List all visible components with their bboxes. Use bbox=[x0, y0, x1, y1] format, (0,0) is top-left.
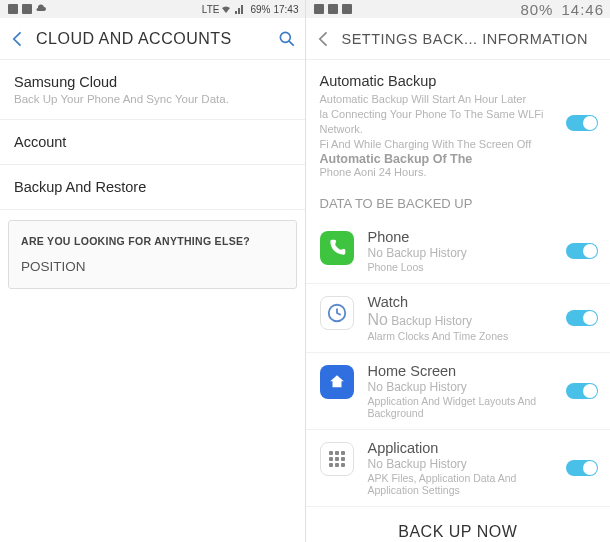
data-item-watch[interactable]: Watch No Backup History Alarm Clocks And… bbox=[306, 284, 611, 353]
auto-backup-title: Automatic Backup bbox=[320, 73, 597, 89]
item-sub: Back Up Your Phone And Sync Your Data. bbox=[14, 93, 291, 105]
auto-backup-desc: Automatic Backup Will Start An Hour Late… bbox=[320, 92, 547, 151]
signal-icon bbox=[235, 4, 245, 14]
auto-backup-toggle[interactable] bbox=[566, 115, 598, 131]
status-bar-left: LTE 69% 17:43 bbox=[0, 0, 305, 18]
data-sub2: Alarm Clocks And Time Zones bbox=[368, 330, 551, 342]
data-toggle[interactable] bbox=[566, 243, 598, 259]
card-position-link[interactable]: POSITION bbox=[21, 259, 284, 274]
data-title: Watch bbox=[368, 294, 551, 310]
left-pane: LTE 69% 17:43 CLOUD AND ACCOUNTS Samsung… bbox=[0, 0, 306, 542]
item-account[interactable]: Account bbox=[0, 120, 305, 165]
left-list: Samsung Cloud Back Up Your Phone And Syn… bbox=[0, 60, 305, 542]
header-left: CLOUD AND ACCOUNTS bbox=[0, 18, 305, 60]
notif-icon bbox=[314, 4, 324, 14]
data-sub2: APK Files, Application Data And Applicat… bbox=[368, 472, 551, 496]
backup-now-button[interactable]: BACK UP NOW bbox=[306, 507, 611, 542]
data-toggle[interactable] bbox=[566, 383, 598, 399]
group-label: DATA TO BE BACKED UP bbox=[306, 186, 611, 219]
lte-icon: LTE bbox=[202, 4, 220, 15]
data-item-apps[interactable]: Application No Backup History APK Files,… bbox=[306, 430, 611, 507]
search-icon[interactable] bbox=[277, 29, 297, 49]
data-sub1: No Backup History bbox=[368, 457, 551, 471]
svg-rect-6 bbox=[342, 4, 352, 14]
svg-rect-5 bbox=[328, 4, 338, 14]
data-sub2: Phone Loos bbox=[368, 261, 551, 273]
item-title: Backup And Restore bbox=[14, 179, 291, 195]
item-backup-restore[interactable]: Backup And Restore bbox=[0, 165, 305, 210]
clock-icon bbox=[320, 296, 354, 330]
data-sub1: No Backup History bbox=[368, 246, 551, 260]
svg-rect-1 bbox=[22, 4, 32, 14]
page-title-left: CLOUD AND ACCOUNTS bbox=[36, 30, 277, 48]
status-bar-right: 80% 14:46 bbox=[306, 0, 611, 18]
svg-rect-0 bbox=[8, 4, 18, 14]
data-sub1: No Backup History bbox=[368, 380, 551, 394]
item-samsung-cloud[interactable]: Samsung Cloud Back Up Your Phone And Syn… bbox=[0, 60, 305, 120]
auto-backup-section[interactable]: Automatic Backup Automatic Backup Will S… bbox=[306, 60, 611, 186]
svg-rect-4 bbox=[314, 4, 324, 14]
auto-backup-bold: Automatic Backup Of The bbox=[320, 152, 597, 166]
right-pane: 80% 14:46 SETTINGS BACK... INFORMATION A… bbox=[306, 0, 611, 542]
svg-line-3 bbox=[289, 41, 294, 46]
notif-icon bbox=[8, 4, 18, 14]
back-icon[interactable] bbox=[314, 29, 334, 49]
data-toggle[interactable] bbox=[566, 310, 598, 326]
wifi-icon bbox=[221, 4, 231, 14]
notif-icon bbox=[328, 4, 338, 14]
card-question: ARE YOU LOOKING FOR ANYTHING ELSE? bbox=[21, 235, 284, 247]
data-toggle[interactable] bbox=[566, 460, 598, 476]
data-title: Application bbox=[368, 440, 551, 456]
right-scroll: Automatic Backup Automatic Backup Will S… bbox=[306, 60, 611, 542]
svg-point-2 bbox=[280, 32, 290, 42]
data-item-phone[interactable]: Phone No Backup History Phone Loos bbox=[306, 219, 611, 284]
data-sub2: Application And Widget Layouts And Backg… bbox=[368, 395, 551, 419]
header-right: SETTINGS BACK... INFORMATION bbox=[306, 18, 611, 60]
data-sub1: No Backup History bbox=[368, 311, 551, 329]
auto-backup-desc2: Phone Aoni 24 Hours. bbox=[320, 166, 597, 178]
apps-icon bbox=[320, 442, 354, 476]
notif-icon bbox=[342, 4, 352, 14]
data-title: Phone bbox=[368, 229, 551, 245]
back-icon[interactable] bbox=[8, 29, 28, 49]
item-title: Account bbox=[14, 134, 291, 150]
mail-icon bbox=[22, 4, 32, 14]
suggestion-card: ARE YOU LOOKING FOR ANYTHING ELSE? POSIT… bbox=[8, 220, 297, 289]
phone-icon bbox=[320, 231, 354, 265]
clock-left: 17:43 bbox=[273, 4, 298, 15]
data-title: Home Screen bbox=[368, 363, 551, 379]
battery-pct-right: 80% bbox=[520, 1, 553, 18]
data-item-home[interactable]: Home Screen No Backup History Applicatio… bbox=[306, 353, 611, 430]
clock-right: 14:46 bbox=[561, 1, 604, 18]
page-title-right: SETTINGS BACK... INFORMATION bbox=[342, 31, 603, 47]
home-icon bbox=[320, 365, 354, 399]
item-title: Samsung Cloud bbox=[14, 74, 291, 90]
battery-pct-left: 69% bbox=[250, 4, 270, 15]
cloud-icon bbox=[36, 4, 46, 14]
